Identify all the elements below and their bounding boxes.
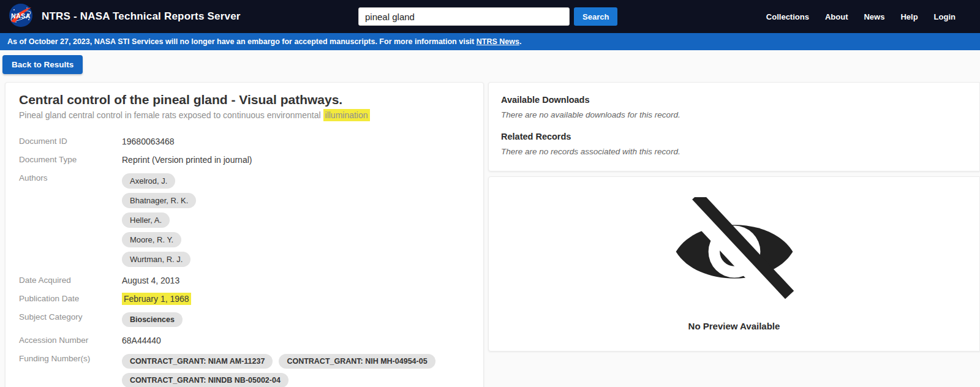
detail-value: Reprint (Version printed in journal) bbox=[122, 153, 252, 165]
detail-row: Date AcquiredAugust 4, 2013 bbox=[19, 274, 470, 285]
detail-value: 68A44440 bbox=[122, 334, 161, 345]
announcement-banner: As of October 27, 2023, NASA STI Service… bbox=[0, 33, 980, 50]
searchbar: Search bbox=[358, 7, 617, 26]
detail-row: Funding Number(s)CONTRACT_GRANT: NIAM AM… bbox=[19, 352, 470, 387]
detail-label: Document Type bbox=[19, 153, 122, 165]
chip-group: Biosciences bbox=[122, 312, 183, 327]
record-card: Central control of the pineal gland - Vi… bbox=[5, 82, 484, 387]
nav-link-about[interactable]: About bbox=[825, 12, 848, 21]
chip[interactable]: CONTRACT_GRANT: NIAM AM-11237 bbox=[122, 354, 273, 369]
detail-row: Publication DateFebruary 1, 1968 bbox=[19, 292, 470, 304]
nav-link-news[interactable]: News bbox=[864, 12, 884, 21]
search-button[interactable]: Search bbox=[574, 7, 617, 26]
detail-label: Accession Number bbox=[19, 334, 122, 345]
chip[interactable]: CONTRACT_GRANT: NINDB NB-05002-04 bbox=[122, 373, 288, 387]
navbar: NASA NTRS - NASA Technical Reports Serve… bbox=[0, 0, 980, 33]
nav-links: CollectionsAboutNewsHelpLogin bbox=[766, 0, 956, 33]
chip[interactable]: Heller, A. bbox=[122, 212, 170, 228]
detail-value: Biosciences bbox=[122, 310, 183, 327]
detail-label: Funding Number(s) bbox=[19, 352, 122, 387]
detail-label: Date Acquired bbox=[19, 274, 122, 285]
no-preview-message: No Preview Available bbox=[688, 321, 780, 331]
svg-text:NASA: NASA bbox=[11, 12, 31, 20]
brand: NASA NTRS - NASA Technical Reports Serve… bbox=[0, 3, 241, 30]
detail-row: Document ID19680063468 bbox=[19, 135, 470, 146]
right-column: Available Downloads There are no availab… bbox=[488, 82, 980, 351]
detail-label: Subject Category bbox=[19, 310, 122, 327]
chip[interactable]: Wurtman, R. J. bbox=[122, 252, 190, 267]
chip-group: Axelrod, J.Bhatnager, R. K.Heller, A.Moo… bbox=[122, 173, 196, 267]
nav-link-login[interactable]: Login bbox=[934, 12, 956, 21]
nav-link-help[interactable]: Help bbox=[900, 12, 918, 21]
banner-text: As of October 27, 2023, NASA STI Service… bbox=[7, 37, 521, 46]
highlighted-value: February 1, 1968 bbox=[122, 293, 191, 305]
detail-row: AuthorsAxelrod, J.Bhatnager, R. K.Heller… bbox=[19, 171, 470, 267]
detail-row: Accession Number68A44440 bbox=[19, 334, 470, 345]
detail-label: Publication Date bbox=[19, 292, 122, 304]
eye-slash-icon bbox=[669, 197, 799, 306]
chip[interactable]: CONTRACT_GRANT: NIH MH-04954-05 bbox=[279, 354, 435, 369]
search-term-highlight: illumination bbox=[323, 109, 370, 121]
detail-value: 19680063468 bbox=[122, 135, 175, 146]
available-downloads-heading: Available Downloads bbox=[501, 95, 967, 105]
chip-group: CONTRACT_GRANT: NIAM AM-11237CONTRACT_GR… bbox=[122, 354, 440, 387]
chip[interactable]: Moore, R. Y. bbox=[122, 232, 181, 247]
detail-value: August 4, 2013 bbox=[122, 274, 179, 285]
chip[interactable]: Biosciences bbox=[122, 312, 183, 327]
nasa-logo-icon[interactable]: NASA bbox=[9, 3, 33, 30]
downloads-empty-text: There are no available downloads for thi… bbox=[501, 110, 967, 119]
chip[interactable]: Axelrod, J. bbox=[122, 173, 175, 189]
search-input[interactable] bbox=[358, 7, 570, 26]
main-content: Central control of the pineal gland - Vi… bbox=[0, 82, 980, 387]
detail-label: Document ID bbox=[19, 135, 122, 146]
downloads-card: Available Downloads There are no availab… bbox=[488, 82, 980, 171]
detail-label: Authors bbox=[19, 171, 122, 267]
detail-row: Document TypeReprint (Version printed in… bbox=[19, 153, 470, 165]
detail-value: CONTRACT_GRANT: NIAM AM-11237CONTRACT_GR… bbox=[122, 352, 440, 387]
details-list: Document ID19680063468Document TypeRepri… bbox=[19, 135, 470, 387]
record-subtitle: Pineal gland central control in female r… bbox=[19, 110, 470, 120]
ntrs-news-link[interactable]: NTRS News bbox=[477, 37, 519, 46]
back-to-results-button[interactable]: Back to Results bbox=[2, 55, 83, 74]
detail-value: February 1, 1968 bbox=[122, 292, 191, 304]
related-empty-text: There are no records associated with thi… bbox=[501, 147, 967, 156]
related-records-heading: Related Records bbox=[501, 132, 967, 141]
detail-row: Subject CategoryBiosciences bbox=[19, 310, 470, 327]
detail-value: Axelrod, J.Bhatnager, R. K.Heller, A.Moo… bbox=[122, 171, 196, 267]
preview-card: No Preview Available bbox=[488, 176, 980, 351]
chip[interactable]: Bhatnager, R. K. bbox=[122, 193, 196, 208]
nav-link-collections[interactable]: Collections bbox=[766, 12, 809, 21]
record-title: Central control of the pineal gland - Vi… bbox=[19, 92, 470, 107]
app-title: NTRS - NASA Technical Reports Server bbox=[42, 10, 241, 23]
